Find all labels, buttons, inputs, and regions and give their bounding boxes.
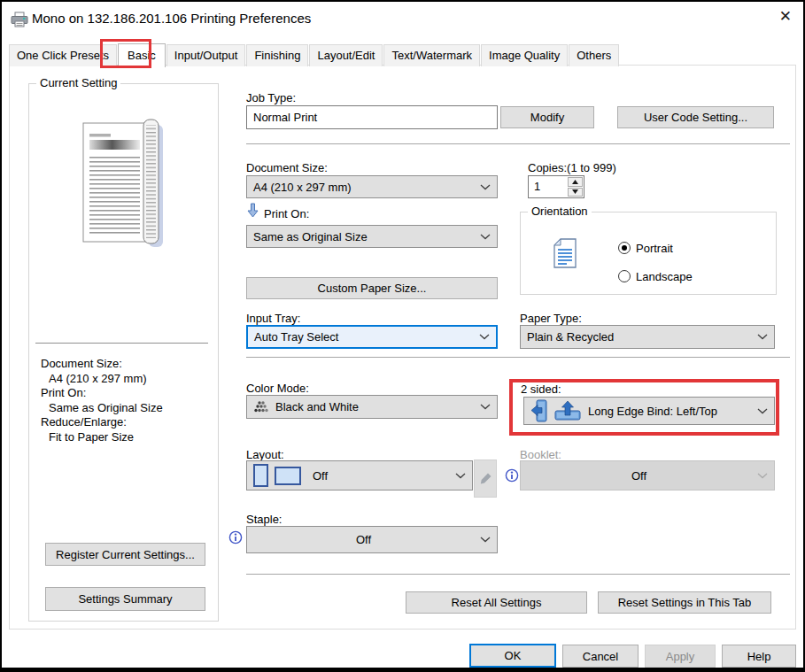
chevron-down-icon [455,473,466,479]
input-tray-dropdown[interactable]: Auto Tray Select [246,325,498,349]
tab-input-output[interactable]: Input/Output [166,44,246,66]
summary-label: Reduce/Enlarge: [41,415,163,430]
current-setting-summary: Document Size: A4 (210 x 297 mm) Print O… [41,357,163,444]
pencil-icon [479,472,492,485]
booklet-label: Booklet: [520,448,561,461]
copies-spinner[interactable]: 1 [528,175,584,198]
settings-summary-button[interactable]: Settings Summary [45,587,205,611]
chevron-down-icon [479,334,490,340]
portrait-page-icon [553,237,577,269]
tab-text-watermark[interactable]: Text/Watermark [383,44,480,66]
chevron-down-icon [480,184,491,190]
black-and-white-dots-icon [253,400,269,413]
document-size-value: A4 (210 x 297 mm) [253,181,352,194]
title-bar: Mono on 132.186.201.106 Printing Prefere… [2,2,803,37]
separator [246,143,790,144]
two-sided-value: Long Edge Bind: Left/Top [588,405,717,418]
paper-type-dropdown[interactable]: Plain & Recycled [520,325,775,349]
job-type-value: Normal Print [253,111,317,124]
landscape-radio[interactable] [618,270,631,282]
color-mode-dropdown[interactable]: Black and White [246,395,498,419]
current-setting-legend: Current Setting [36,76,120,89]
info-icon [228,530,243,545]
tab-others[interactable]: Others [569,44,619,66]
printer-icon [10,12,29,28]
booklet-dropdown[interactable]: Off [520,460,775,490]
color-mode-value: Black and White [275,400,359,413]
print-on-label: Print On: [264,207,309,220]
summary-value: A4 (210 x 297 mm) [41,372,163,387]
two-sided-dropdown[interactable]: Long Edge Bind: Left/Top [523,397,775,425]
summary-label: Print On: [41,386,163,401]
modify-button[interactable]: Modify [500,106,594,128]
layout-portrait-page-icon [253,464,268,487]
two-sided-label: 2 sided: [521,382,561,396]
layout-value: Off [313,469,328,483]
separator [246,357,790,358]
info-icon [505,468,519,483]
tab-strip: One Click Presets Basic Input/Output Fin… [9,43,620,66]
separator [35,343,208,344]
register-current-settings-button[interactable]: Register Current Settings... [45,543,205,566]
printing-preferences-dialog: Mono on 132.186.201.106 Printing Prefere… [0,0,805,672]
tab-finishing[interactable]: Finishing [246,44,308,66]
separator [246,574,790,575]
blue-down-arrow-icon [247,203,259,218]
cancel-button[interactable]: Cancel [562,645,639,668]
document-size-dropdown[interactable]: A4 (210 x 297 mm) [246,175,498,198]
help-button[interactable]: Help [722,645,796,668]
custom-paper-size-button[interactable]: Custom Paper Size... [246,277,498,299]
print-on-value: Same as Original Size [253,230,368,243]
apply-button[interactable]: Apply [645,645,716,668]
print-on-dropdown[interactable]: Same as Original Size [246,225,498,248]
chevron-down-icon [757,473,768,479]
staple-dropdown[interactable]: Off [246,526,498,553]
job-type-label: Job Type: [246,91,296,104]
tab-basic[interactable]: Basic [118,43,166,67]
reset-all-settings-button[interactable]: Reset All Settings [406,591,587,614]
chevron-down-icon [480,234,491,240]
long-edge-bind-portrait-icon [530,398,547,423]
spin-down-button[interactable] [568,188,583,197]
chevron-down-icon [480,537,491,543]
edit-layout-button[interactable] [474,460,497,498]
window-title: Mono on 132.186.201.106 Printing Prefere… [32,11,311,26]
tab-layout-edit[interactable]: Layout/Edit [309,44,383,66]
document-size-label: Document Size: [246,161,328,174]
booklet-value: Off [527,469,751,483]
layout-dropdown[interactable]: Off [246,460,473,490]
staple-value: Off [253,533,474,546]
input-tray-label: Input Tray: [246,312,300,325]
ok-button[interactable]: OK [469,644,556,668]
chevron-down-icon [757,408,768,414]
portrait-radio-label: Portrait [636,242,673,255]
user-code-setting-button[interactable]: User Code Setting... [617,106,774,128]
summary-value: Fit to Paper Size [41,430,163,445]
spin-up-button[interactable] [568,177,583,187]
document-preview-image [73,112,170,252]
reset-settings-tab-button[interactable]: Reset Settings in This Tab [598,591,771,614]
layout-landscape-page-icon [275,467,301,485]
paper-type-label: Paper Type: [520,312,582,325]
long-edge-bind-landscape-icon [553,400,582,421]
color-mode-label: Color Mode: [246,382,309,395]
layout-label: Layout: [246,448,284,461]
paper-type-value: Plain & Recycled [527,330,614,344]
orientation-legend: Orientation [528,205,592,218]
tab-one-click-presets[interactable]: One Click Presets [9,44,117,66]
landscape-radio-label: Landscape [636,270,693,283]
input-tray-value: Auto Tray Select [254,330,338,344]
summary-value: Same as Original Size [41,401,163,416]
chevron-down-icon [757,334,768,340]
staple-label: Staple: [246,513,282,526]
tab-image-quality[interactable]: Image Quality [481,44,568,66]
close-button[interactable]: ✕ [779,8,792,26]
portrait-radio[interactable] [618,242,631,254]
copies-value: 1 [534,180,540,193]
chevron-down-icon [480,404,491,410]
summary-label: Document Size: [41,357,163,372]
job-type-field[interactable]: Normal Print [246,105,498,129]
copies-label: Copies:(1 to 999) [528,161,616,174]
